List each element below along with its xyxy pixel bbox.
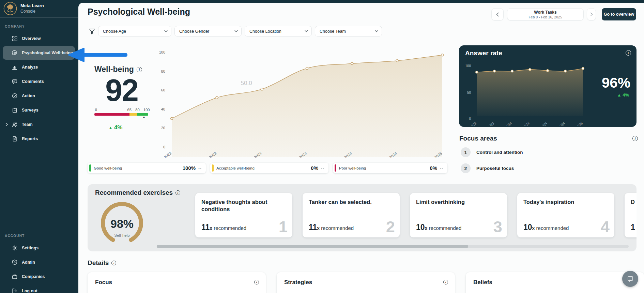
svg-text:Aug 2024: Aug 2024 bbox=[534, 121, 548, 126]
chevron-down-icon bbox=[234, 30, 238, 32]
exercise-title: Today's inspiration bbox=[523, 199, 603, 206]
gauge-bar bbox=[94, 113, 148, 116]
info-icon[interactable]: i bbox=[632, 136, 638, 141]
focus-area-label: Purposeful focus bbox=[476, 166, 514, 171]
legend-pill-good[interactable]: Good well-being 100% -- bbox=[88, 163, 206, 173]
shield-icon bbox=[12, 259, 18, 265]
sidebar-item-label: Overview bbox=[22, 36, 41, 41]
chevron-right-icon[interactable] bbox=[5, 123, 8, 126]
sidebar-item-comments[interactable]: Comments bbox=[3, 75, 75, 88]
gauge-tick-label: 80 bbox=[135, 108, 139, 112]
legend-color-bar bbox=[89, 164, 91, 172]
app-logo: Meta Learn Console bbox=[0, 0, 78, 18]
chat-icon bbox=[627, 275, 634, 283]
team-filter-select[interactable]: Choose Team bbox=[315, 26, 382, 36]
select-value: Choose Location bbox=[249, 29, 281, 34]
svg-text:Feb 2025: Feb 2025 bbox=[570, 121, 583, 126]
legend-menu[interactable]: -- bbox=[321, 166, 324, 171]
svg-text:60: 60 bbox=[161, 88, 165, 92]
period-range: Feb 9 - Feb 16, 2025 bbox=[528, 15, 562, 19]
exercise-card[interactable]: Tanker can be selected. 11x recommended … bbox=[303, 193, 400, 237]
legend-label: Poor well-being bbox=[339, 166, 366, 170]
svg-text:Aug 2023: Aug 2023 bbox=[157, 151, 172, 158]
answer-rate-change: ▲ 4% bbox=[617, 92, 629, 98]
chevron-down-icon bbox=[164, 30, 168, 32]
legend-pill-acceptable[interactable]: Acceptable well-being 0% -- bbox=[210, 163, 328, 173]
answer-rate-value: 96% bbox=[602, 75, 630, 91]
legend-label: Acceptable well-being bbox=[216, 166, 255, 170]
location-filter-select[interactable]: Choose Location bbox=[245, 26, 312, 36]
svg-text:0: 0 bbox=[163, 145, 165, 149]
sidebar-item-action[interactable]: Action bbox=[3, 89, 75, 103]
app-name: Meta Learn bbox=[20, 3, 44, 9]
focus-area-item: 1 Control and attention bbox=[461, 147, 523, 157]
go-to-overview-button[interactable]: Go to overview bbox=[602, 8, 636, 20]
exercise-scrollbar-thumb[interactable] bbox=[157, 245, 468, 248]
legend-value: 100% bbox=[183, 165, 196, 171]
exercise-card[interactable]: Limit overthinking 10x recommended 3 bbox=[410, 193, 507, 237]
legend-menu[interactable]: -- bbox=[198, 166, 202, 171]
exercise-title: Negative thoughts about conditions bbox=[201, 199, 281, 213]
legend-pill-poor[interactable]: Poor well-being 0% -- bbox=[333, 163, 447, 173]
previous-period-button[interactable] bbox=[491, 8, 504, 20]
exercise-card[interactable]: Negative thoughts about conditions 11x r… bbox=[195, 193, 292, 237]
info-icon[interactable]: i bbox=[443, 280, 448, 284]
gear-icon bbox=[12, 245, 18, 251]
wellbeing-trend-chart: 020406080100Aug 2023Nov 2023Feb 2024May … bbox=[157, 38, 450, 158]
info-icon[interactable]: i bbox=[175, 190, 180, 195]
svg-text:0: 0 bbox=[469, 117, 471, 121]
focus-area-label: Control and attention bbox=[476, 150, 523, 155]
sidebar-item-reports[interactable]: Reports bbox=[3, 132, 75, 146]
sidebar-item-team[interactable]: Team bbox=[3, 118, 75, 131]
annotation-arrow-left-icon bbox=[68, 48, 129, 62]
period-selector[interactable]: Work Tasks Feb 9 - Feb 16, 2025 bbox=[507, 8, 584, 20]
gender-filter-select[interactable]: Choose Gender bbox=[174, 26, 242, 36]
svg-text:50: 50 bbox=[467, 91, 471, 94]
gauge-tick-label: 0 bbox=[95, 108, 97, 112]
sidebar-item-logout[interactable]: Log out bbox=[3, 284, 75, 293]
exercise-count: 10x recommended bbox=[416, 223, 461, 232]
people-icon bbox=[12, 121, 18, 128]
exercise-card[interactable]: Today's inspiration 10x recommended 4 bbox=[517, 193, 614, 237]
sidebar-item-analyze[interactable]: Analyze bbox=[3, 60, 75, 74]
clipboard-icon bbox=[12, 107, 18, 113]
briefcase-icon bbox=[12, 274, 18, 280]
chat-fab-button[interactable] bbox=[622, 271, 638, 287]
info-icon[interactable]: i bbox=[111, 261, 116, 265]
self-help-donut-gauge: 98% Self-help bbox=[96, 201, 148, 246]
comment-icon bbox=[12, 78, 18, 85]
wellbeing-title: Well-being bbox=[94, 65, 134, 74]
chevron-right-icon bbox=[590, 12, 593, 16]
sidebar-item-settings[interactable]: Settings bbox=[3, 241, 75, 255]
exercise-scrollbar-track[interactable] bbox=[157, 245, 629, 248]
account-section-label: ACCOUNT bbox=[0, 227, 78, 240]
legend-menu[interactable]: -- bbox=[440, 166, 443, 171]
exercise-card[interactable]: D 1 bbox=[625, 193, 637, 237]
next-period-button[interactable] bbox=[587, 8, 596, 20]
sidebar-item-label: Comments bbox=[22, 79, 44, 84]
chevron-down-icon bbox=[305, 30, 308, 32]
exercise-count: 11x recommended bbox=[201, 223, 246, 232]
answer-rate-chart: 050100Aug 2023Nov 2023Feb 2024May 2024Au… bbox=[462, 56, 591, 126]
sidebar-item-overview[interactable]: Overview bbox=[3, 32, 75, 45]
sidebar-item-admin[interactable]: Admin bbox=[3, 255, 75, 269]
exercise-rank: 2 bbox=[386, 217, 395, 236]
info-icon[interactable]: i bbox=[626, 50, 631, 56]
sidebar-item-surveys[interactable]: Surveys bbox=[3, 103, 75, 117]
age-filter-select[interactable]: Choose Age bbox=[98, 26, 171, 36]
exercise-rank: 4 bbox=[601, 217, 610, 236]
sidebar-item-psychological-well-being[interactable]: Psychological Well-being bbox=[3, 46, 75, 60]
recommended-exercises-title: Recommended exercises i bbox=[95, 189, 180, 196]
gauge-zone-poor bbox=[94, 113, 129, 116]
sidebar-item-label: Admin bbox=[22, 260, 35, 265]
sidebar-item-companies[interactable]: Companies bbox=[3, 270, 75, 283]
sidebar-item-label: Surveys bbox=[22, 108, 39, 113]
info-icon[interactable]: i bbox=[137, 67, 142, 72]
wellbeing-gauge: 0 65 80 100 ▲ bbox=[94, 108, 148, 119]
legend-value: 0% bbox=[311, 165, 318, 171]
gauge-marker-icon: ▲ bbox=[142, 115, 145, 119]
svg-text:100: 100 bbox=[159, 50, 165, 54]
check-circle-icon bbox=[12, 93, 18, 99]
gauge-tick-label: 65 bbox=[127, 108, 132, 112]
info-icon[interactable]: i bbox=[254, 280, 259, 284]
